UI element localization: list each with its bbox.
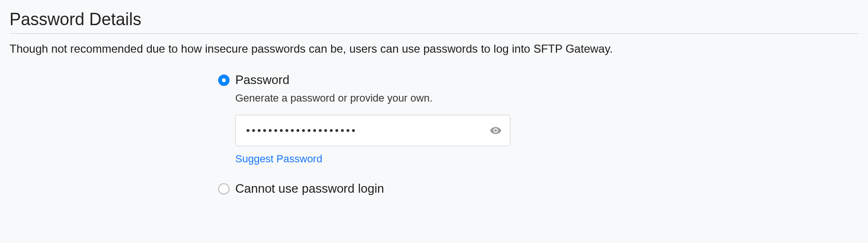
password-sub-block: Generate a password or provide your own.… [235,92,859,165]
radio-option-cannot[interactable]: Cannot use password login [218,181,859,196]
section-title: Password Details [9,9,859,34]
radio-label-cannot: Cannot use password login [235,181,384,196]
radio-option-password[interactable]: Password [218,73,859,87]
eye-icon [489,124,502,137]
section-description: Though not recommended due to how insecu… [9,42,859,56]
toggle-visibility-button[interactable] [489,123,503,138]
radio-selected-icon [218,75,230,86]
radio-label-password: Password [235,73,289,87]
password-helper-text: Generate a password or provide your own. [235,92,859,104]
suggest-password-link[interactable]: Suggest Password [235,153,322,165]
password-input-wrap [235,115,510,146]
password-input[interactable] [235,115,510,146]
radio-unselected-icon [218,183,230,195]
password-options-group: Password Generate a password or provide … [218,73,859,196]
